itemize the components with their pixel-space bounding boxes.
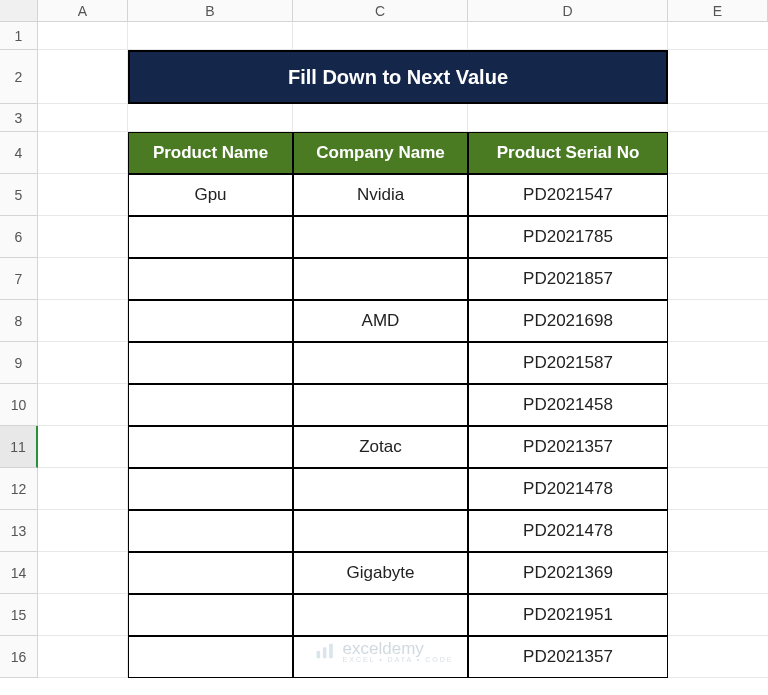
cell-C3[interactable] [293,104,468,132]
cell-E11[interactable] [668,426,768,468]
row-header-6[interactable]: 6 [0,216,38,258]
cell-E2[interactable] [668,50,768,104]
cell-A15[interactable] [38,594,128,636]
row-header-13[interactable]: 13 [0,510,38,552]
row-header-14[interactable]: 14 [0,552,38,594]
row-header-15[interactable]: 15 [0,594,38,636]
cell-A6[interactable] [38,216,128,258]
cell-product-4[interactable] [128,342,293,384]
header-company-name[interactable]: Company Name [293,132,468,174]
cell-serial-6[interactable]: PD2021357 [468,426,668,468]
cell-E8[interactable] [668,300,768,342]
cell-serial-0[interactable]: PD2021547 [468,174,668,216]
cell-product-1[interactable] [128,216,293,258]
cell-serial-11[interactable]: PD2021357 [468,636,668,678]
cell-product-3[interactable] [128,300,293,342]
cell-product-7[interactable] [128,468,293,510]
cell-A7[interactable] [38,258,128,300]
cell-E9[interactable] [668,342,768,384]
cell-serial-7[interactable]: PD2021478 [468,468,668,510]
cell-product-9[interactable] [128,552,293,594]
cell-serial-4[interactable]: PD2021587 [468,342,668,384]
cell-company-5[interactable] [293,384,468,426]
cell-product-5[interactable] [128,384,293,426]
row-header-10[interactable]: 10 [0,384,38,426]
row-header-2[interactable]: 2 [0,50,38,104]
cell-company-8[interactable] [293,510,468,552]
cell-A14[interactable] [38,552,128,594]
cell-C1[interactable] [293,22,468,50]
cell-E10[interactable] [668,384,768,426]
cell-E12[interactable] [668,468,768,510]
cell-company-2[interactable] [293,258,468,300]
cell-serial-8[interactable]: PD2021478 [468,510,668,552]
cell-serial-2[interactable]: PD2021857 [468,258,668,300]
row-header-3[interactable]: 3 [0,104,38,132]
row-header-5[interactable]: 5 [0,174,38,216]
cell-A8[interactable] [38,300,128,342]
select-all-corner[interactable] [0,0,38,22]
cell-A5[interactable] [38,174,128,216]
row-header-7[interactable]: 7 [0,258,38,300]
header-product-name[interactable]: Product Name [128,132,293,174]
cell-B1[interactable] [128,22,293,50]
cell-A3[interactable] [38,104,128,132]
cell-A9[interactable] [38,342,128,384]
cell-company-7[interactable] [293,468,468,510]
cell-E3[interactable] [668,104,768,132]
cell-B3[interactable] [128,104,293,132]
cell-E15[interactable] [668,594,768,636]
cell-E4[interactable] [668,132,768,174]
cell-E1[interactable] [668,22,768,50]
cell-company-3[interactable]: AMD [293,300,468,342]
cell-A16[interactable] [38,636,128,678]
cell-product-11[interactable] [128,636,293,678]
cell-company-4[interactable] [293,342,468,384]
cell-E6[interactable] [668,216,768,258]
row-header-1[interactable]: 1 [0,22,38,50]
cell-product-8[interactable] [128,510,293,552]
cell-E7[interactable] [668,258,768,300]
col-header-C[interactable]: C [293,0,468,21]
title-cell[interactable]: Fill Down to Next Value [128,50,668,104]
cell-serial-1[interactable]: PD2021785 [468,216,668,258]
cell-product-2[interactable] [128,258,293,300]
col-header-B[interactable]: B [128,0,293,21]
col-header-D[interactable]: D [468,0,668,21]
cell-E13[interactable] [668,510,768,552]
row-header-16[interactable]: 16 [0,636,38,678]
cell-company-10[interactable] [293,594,468,636]
cell-A10[interactable] [38,384,128,426]
cell-E5[interactable] [668,174,768,216]
cell-serial-3[interactable]: PD2021698 [468,300,668,342]
col-header-A[interactable]: A [38,0,128,21]
cell-serial-9[interactable]: PD2021369 [468,552,668,594]
cell-E14[interactable] [668,552,768,594]
row-header-8[interactable]: 8 [0,300,38,342]
row-header-12[interactable]: 12 [0,468,38,510]
cell-A1[interactable] [38,22,128,50]
cell-product-6[interactable] [128,426,293,468]
row-header-4[interactable]: 4 [0,132,38,174]
cell-serial-10[interactable]: PD2021951 [468,594,668,636]
cell-company-9[interactable]: Gigabyte [293,552,468,594]
header-product-serial[interactable]: Product Serial No [468,132,668,174]
cell-D3[interactable] [468,104,668,132]
cell-product-0[interactable]: Gpu [128,174,293,216]
cell-company-1[interactable] [293,216,468,258]
row-header-9[interactable]: 9 [0,342,38,384]
cell-serial-5[interactable]: PD2021458 [468,384,668,426]
cell-A13[interactable] [38,510,128,552]
cell-A11[interactable] [38,426,128,468]
row-header-11[interactable]: 11 [0,426,38,468]
cell-company-0[interactable]: Nvidia [293,174,468,216]
cell-A2[interactable] [38,50,128,104]
cell-D1[interactable] [468,22,668,50]
col-header-E[interactable]: E [668,0,768,21]
cell-product-10[interactable] [128,594,293,636]
cell-E16[interactable] [668,636,768,678]
cell-A12[interactable] [38,468,128,510]
cell-A4[interactable] [38,132,128,174]
cell-company-6[interactable]: Zotac [293,426,468,468]
cell-company-11[interactable] [293,636,468,678]
